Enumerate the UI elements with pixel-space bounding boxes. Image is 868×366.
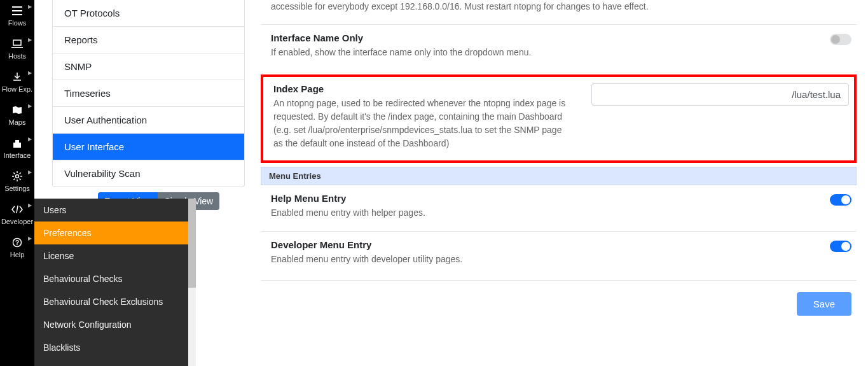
index-page-title: Index Page	[273, 83, 566, 94]
nav-settings-label: Settings	[4, 185, 30, 192]
building-icon	[12, 137, 22, 149]
pref-item-timeseries[interactable]: Timeseries	[53, 80, 244, 107]
nav-hosts-label: Hosts	[8, 52, 26, 60]
interface-name-only-toggle[interactable]	[830, 34, 851, 45]
caret-icon: ▶	[28, 103, 32, 109]
submenu-scrollbar-thumb[interactable]	[188, 199, 196, 288]
pref-item-vulnerability-scan[interactable]: Vulnerability Scan	[53, 160, 244, 187]
caret-icon: ▶	[28, 136, 32, 142]
bars-icon	[12, 5, 22, 17]
submenu-license[interactable]: License	[34, 244, 196, 267]
nav-settings[interactable]: Settings ▶	[0, 165, 34, 199]
truncated-previous-desc: accessible for everybody except 192.168.…	[261, 0, 857, 24]
setting-developer-menu-entry: Developer Menu Entry Enabled menu entry …	[261, 231, 857, 278]
settings-submenu: Users Preferences License Behavioural Ch…	[34, 199, 196, 366]
caret-icon: ▶	[28, 4, 32, 10]
nav-developer[interactable]: Developer ▶	[0, 199, 34, 232]
svg-text:?: ?	[15, 239, 19, 246]
svg-point-1	[16, 175, 19, 178]
nav-hosts[interactable]: Hosts ▶	[0, 33, 34, 66]
help-menu-toggle[interactable]	[830, 194, 851, 206]
index-page-desc: An ntopng page, used to be redirected wh…	[273, 97, 566, 150]
help-menu-title: Help Menu Entry	[271, 193, 817, 204]
submenu-network-configuration[interactable]: Network Configuration	[34, 313, 196, 336]
pref-item-ot-protocols[interactable]: OT Protocols	[53, 0, 244, 27]
save-button[interactable]: Save	[797, 292, 851, 316]
download-icon	[13, 71, 22, 83]
submenu-behavioural-checks[interactable]: Behavioural Checks	[34, 267, 196, 290]
gear-icon	[12, 171, 22, 182]
submenu-users[interactable]: Users	[34, 199, 196, 222]
help-icon: ?	[12, 237, 22, 248]
developer-menu-desc: Enabled menu entry with developer utilit…	[271, 253, 817, 266]
pref-item-snmp[interactable]: SNMP	[53, 53, 244, 80]
submenu-blacklists[interactable]: Blacklists	[34, 336, 196, 359]
nav-flowexp-label: Flow Exp.	[2, 85, 32, 93]
nav-interface[interactable]: Interface ▶	[0, 132, 34, 165]
svg-rect-0	[13, 40, 21, 45]
developer-menu-title: Developer Menu Entry	[271, 239, 817, 250]
menu-entries-section-label: Menu Entries	[261, 167, 857, 185]
caret-icon: ▶	[28, 70, 32, 76]
submenu-preferences[interactable]: Preferences	[34, 222, 196, 244]
preferences-sidebar: OT Protocols Reports SNMP Timeseries Use…	[52, 0, 245, 187]
setting-help-menu-entry: Help Menu Entry Enabled menu entry with …	[261, 185, 857, 231]
laptop-icon	[11, 38, 23, 50]
caret-icon: ▶	[28, 37, 32, 43]
caret-icon: ▶	[28, 169, 32, 175]
nav-help-label: Help	[10, 251, 25, 258]
help-menu-desc: Enabled menu entry with helper pages.	[271, 206, 817, 220]
nav-maps-label: Maps	[9, 118, 26, 126]
caret-icon: ▶	[28, 202, 32, 208]
main-settings-panel: accessible for everybody except 192.168.…	[261, 0, 857, 366]
nav-interface-label: Interface	[4, 151, 31, 159]
nav-flowexp[interactable]: Flow Exp. ▶	[0, 66, 34, 99]
nav-maps[interactable]: Maps ▶	[0, 99, 34, 132]
interface-name-only-title: Interface Name Only	[271, 32, 817, 43]
setting-index-page-highlighted: Index Page An ntopng page, used to be re…	[261, 74, 857, 163]
developer-menu-toggle[interactable]	[830, 241, 851, 252]
map-icon	[12, 104, 22, 116]
pref-item-reports[interactable]: Reports	[53, 27, 244, 53]
nav-flows-label: Flows	[8, 19, 27, 27]
caret-icon: ▶	[28, 236, 32, 241]
nav-help[interactable]: ? Help ▶	[0, 232, 34, 265]
pref-item-user-interface[interactable]: User Interface	[53, 134, 244, 160]
nav-developer-label: Developer	[1, 218, 33, 225]
icon-sidebar: Flows ▶ Hosts ▶ Flow Exp. ▶ Maps ▶ Inter…	[0, 0, 34, 366]
pref-item-user-authentication[interactable]: User Authentication	[53, 107, 244, 134]
nav-flows[interactable]: Flows ▶	[0, 0, 34, 33]
submenu-behavioural-check-exclusions[interactable]: Behavioural Check Exclusions	[34, 290, 196, 313]
code-icon	[11, 204, 23, 215]
setting-interface-name-only: Interface Name Only If enabled, show the…	[261, 24, 857, 71]
index-page-input[interactable]	[591, 83, 849, 106]
interface-name-only-desc: If enabled, show the interface name only…	[271, 46, 817, 59]
